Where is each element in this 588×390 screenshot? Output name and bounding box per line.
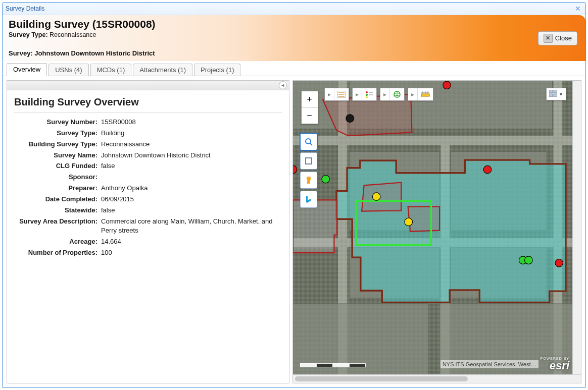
svg-rect-41	[549, 94, 553, 97]
ruler-icon	[418, 88, 433, 100]
header-band: Building Survey (15SR00008) Survey Type:…	[3, 15, 585, 61]
zoom-control: + −	[301, 91, 318, 124]
overview-row: Building Survey Type:Reconnaissance	[14, 140, 282, 149]
map-point[interactable]	[372, 193, 380, 201]
scrollbar-thumb[interactable]	[295, 376, 468, 381]
tab-attachments-1-[interactable]: Attachments (1)	[133, 64, 192, 76]
field-value: 14.664	[101, 237, 282, 247]
overview-row: Statewide:false	[14, 206, 282, 215]
close-icon: ✕	[544, 34, 553, 43]
survey-type-line: Survey Type: Reconnaissance	[9, 31, 579, 38]
field-value: Building	[101, 129, 282, 138]
map-point[interactable]	[443, 81, 451, 89]
svg-rect-21	[307, 181, 310, 184]
building-polygon[interactable]	[293, 200, 337, 253]
survey-label: Survey:	[9, 49, 33, 57]
district-polygon[interactable]	[336, 160, 566, 302]
overview-row: Acreage:14.664	[14, 237, 282, 247]
field-label: Survey Area Description:	[14, 217, 101, 236]
map-point[interactable]	[346, 115, 354, 123]
attribution-text: NYS ITS Geospatial Services, West…	[440, 360, 538, 368]
window-close-x-icon[interactable]: ✕	[573, 5, 582, 13]
map-scrollbar-horizontal[interactable]	[293, 374, 581, 383]
panel-collapse-bar[interactable]: ◄	[7, 81, 289, 90]
collapse-arrow-icon: ◄	[279, 81, 287, 89]
building-polygon[interactable]	[362, 183, 401, 211]
esri-logo: esri	[550, 360, 569, 371]
svg-rect-42	[554, 94, 557, 97]
map-attribution: NYS ITS Geospatial Services, West… POWER…	[440, 357, 569, 371]
field-value: Commercial core along Main, William, Chu…	[101, 217, 282, 236]
close-button[interactable]: ✕ Close	[538, 31, 577, 45]
svg-point-17	[306, 139, 311, 144]
field-value: 06/09/2015	[101, 195, 282, 204]
chevron-right-icon: ▸	[325, 88, 334, 100]
overview-row: Date Completed:06/09/2015	[14, 195, 282, 204]
tab-overview[interactable]: Overview	[7, 63, 47, 76]
field-label: Date Completed:	[14, 195, 101, 204]
svg-point-30	[366, 96, 368, 98]
basemap-tool[interactable]: ▸	[380, 88, 405, 101]
building-polygon[interactable]	[408, 207, 439, 232]
tabs-row: OverviewUSNs (4)MCDs (1)Attachments (1)P…	[3, 61, 585, 76]
field-value: 100	[101, 248, 282, 258]
field-value: Reconnaissance	[101, 140, 282, 149]
zoom-in-button[interactable]: +	[302, 91, 318, 107]
overview-field-list: Survey Number:15SR00008Survey Type:Build…	[14, 118, 282, 258]
overview-row: Survey Name:Johnstown Downtown Historic …	[14, 151, 282, 160]
field-label: Number of Properties:	[14, 248, 101, 258]
map-point[interactable]	[555, 259, 563, 267]
toc-tool[interactable]: ▸	[324, 88, 349, 101]
field-label: Survey Name:	[14, 151, 101, 160]
content-split: ◄ Building Survey Overview Survey Number…	[3, 76, 585, 387]
svg-rect-19	[306, 158, 312, 164]
field-value: false	[101, 161, 282, 171]
overview-row: Sponsor:	[14, 173, 282, 182]
map-point[interactable]	[322, 175, 330, 183]
bing-tool-icon[interactable]	[300, 191, 317, 208]
measure-tool[interactable]: ▸	[408, 88, 433, 101]
full-extent-tool-icon[interactable]	[300, 152, 317, 170]
svg-rect-40	[554, 90, 557, 93]
map-canvas[interactable]: + −	[293, 81, 572, 374]
tab-usns-4-[interactable]: USNs (4)	[48, 64, 88, 76]
zoom-out-button[interactable]: −	[302, 107, 318, 124]
identify-tool-icon[interactable]	[300, 172, 317, 189]
survey-details-window: Survey Details ✕ Building Survey (15SR00…	[2, 2, 586, 388]
field-label: Statewide:	[14, 206, 101, 215]
svg-point-28	[366, 94, 368, 96]
map-scrollbar-vertical[interactable]	[572, 81, 581, 374]
svg-rect-39	[549, 90, 553, 93]
legend-tool[interactable]: ▸	[352, 88, 377, 101]
field-label: Sponsor:	[14, 173, 101, 182]
chevron-right-icon: ▸	[408, 88, 418, 100]
map-top-toolbar: ▸ ▸	[324, 88, 433, 101]
overview-row: Preparer:Anthony Opalka	[14, 184, 282, 193]
titlebar: Survey Details ✕	[3, 3, 585, 15]
map-point[interactable]	[483, 165, 492, 174]
map-point[interactable]	[405, 218, 413, 226]
zoom-rect-tool-icon[interactable]	[300, 133, 317, 150]
field-label: Survey Type:	[14, 129, 101, 138]
chevron-down-icon: ▼	[559, 92, 563, 97]
field-value	[101, 173, 282, 182]
map-point[interactable]	[524, 256, 532, 264]
basemap-switcher[interactable]: ▼	[546, 88, 566, 100]
field-value: 15SR00008	[101, 118, 282, 127]
field-label: CLG Funded:	[14, 161, 101, 171]
close-button-label: Close	[555, 34, 572, 42]
overview-row: Number of Properties:100	[14, 248, 282, 258]
separator	[14, 112, 282, 113]
survey-value: Johnstown Downtown Historic District	[34, 49, 155, 57]
tab-mcds-1-[interactable]: MCDs (1)	[90, 64, 132, 76]
survey-type-label: Survey Type:	[9, 31, 48, 38]
survey-name-line: Survey: Johnstown Downtown Historic Dist…	[9, 49, 579, 57]
overview-panel: ◄ Building Survey Overview Survey Number…	[7, 80, 289, 383]
overview-row: Survey Type:Building	[14, 129, 282, 138]
field-label: Preparer:	[14, 184, 101, 193]
field-value: Johnstown Downtown Historic District	[101, 151, 282, 160]
svg-line-18	[310, 143, 312, 145]
scale-bar	[300, 363, 366, 366]
legend-icon	[362, 88, 376, 100]
tab-projects-1-[interactable]: Projects (1)	[194, 64, 240, 76]
